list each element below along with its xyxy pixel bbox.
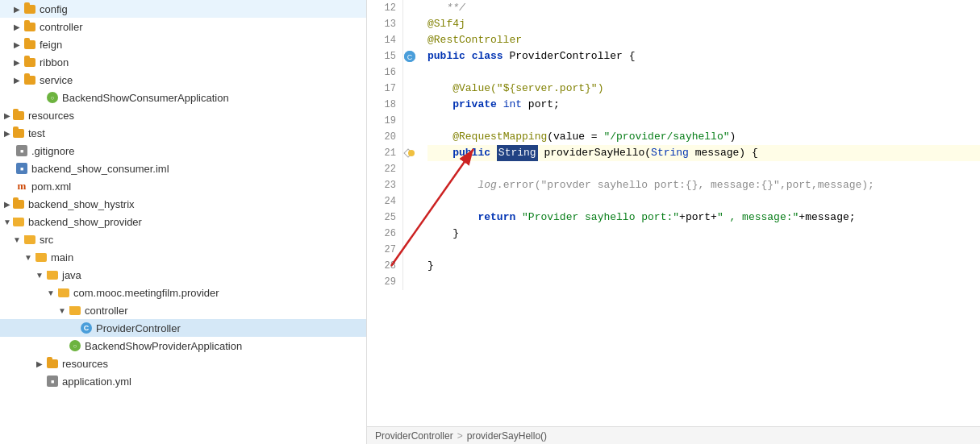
code-line-17: @Value("${server.port}") (427, 81, 980, 97)
gutter-24 (403, 193, 416, 210)
folder-icon-test (11, 127, 26, 139)
tree-item-gitignore[interactable]: ■ .gitignore (0, 142, 366, 160)
gutter-16 (403, 64, 416, 81)
tree-label-consumer-app: BackendShowConsumerApplication (62, 92, 229, 104)
code-line-18: private int port; (427, 97, 980, 113)
ln-13: 13 (373, 16, 396, 32)
code-line-27 (427, 242, 980, 258)
folder-icon-resources (11, 109, 26, 122)
pom-icon: m (15, 180, 29, 193)
code-line-22 (427, 161, 980, 177)
breadcrumb-class: ProviderController (375, 430, 453, 442)
tree-item-pom[interactable]: m pom.xml (0, 177, 366, 195)
spring-icon-consumer: ○ (45, 91, 60, 104)
ln-14: 14 (373, 32, 396, 48)
tree-arrow-config: ▶ (11, 5, 23, 14)
ln-26: 26 (373, 226, 396, 242)
folder-icon-resources-provider (45, 357, 60, 370)
tree-label-feign: feign (40, 39, 62, 51)
tree-item-ribbon[interactable]: ▶ ribbon (0, 53, 366, 71)
code-line-26: } (427, 226, 980, 242)
spring-marker-15: C (404, 51, 415, 62)
folder-icon-main (34, 251, 48, 263)
code-line-16 (427, 64, 980, 81)
ln-28: 28 (373, 258, 396, 274)
code-lines: **/ @Slf4j @RestController public class … (419, 0, 980, 290)
code-line-14: @RestController (427, 32, 980, 48)
tree-label-controller-provider: controller (85, 305, 127, 317)
tree-label-resources: resources (28, 110, 74, 122)
tree-label-test: test (28, 127, 45, 139)
tree-label-ribbon: ribbon (40, 56, 69, 68)
code-line-15: public class ProviderController { (427, 48, 980, 64)
tree-item-provider[interactable]: ▼ backend_show_provider (0, 213, 366, 230)
tree-label-config: config (40, 3, 68, 15)
yml-icon: ■ (45, 375, 60, 388)
code-line-19 (427, 113, 980, 129)
ln-24: 24 (373, 193, 396, 210)
tree-item-java[interactable]: ▼ java (0, 266, 366, 284)
folder-icon-ribbon (23, 56, 37, 68)
tree-item-src[interactable]: ▼ src (0, 230, 366, 248)
gutter-14 (403, 32, 416, 48)
tree-label-java: java (62, 269, 81, 281)
tree-item-controller[interactable]: ▶ controller (0, 18, 366, 35)
tree-label-provider-app: BackendShowProviderApplication (85, 340, 242, 352)
tree-label-iml: backend_show_consumer.iml (31, 163, 169, 175)
folder-icon-feign (23, 38, 37, 51)
gutter-20 (403, 129, 416, 145)
ln-18: 18 (373, 97, 396, 113)
code-line-23: log.error("provder sayhello port:{}, mes… (427, 177, 980, 193)
line-numbers: 12 13 14 15 16 17 18 19 20 21 22 23 24 2… (367, 0, 403, 290)
code-line-13: @Slf4j (427, 16, 980, 32)
tree-item-iml[interactable]: ■ backend_show_consumer.iml (0, 160, 366, 177)
ln-22: 22 (373, 161, 396, 177)
tree-item-consumer-app[interactable]: ○ BackendShowConsumerApplication (0, 89, 366, 106)
gutter-27 (403, 242, 416, 258)
tree-label-application-yml: application.yml (62, 376, 131, 388)
gutter-22 (403, 161, 416, 177)
breadcrumb-bar: ProviderController > providerSayHello() (367, 426, 980, 444)
tree-label-provider: backend_show_provider (28, 216, 142, 228)
tree-item-hystrix[interactable]: ▶ backend_show_hystrix (0, 195, 366, 213)
gutter-18 (403, 97, 416, 113)
tree-label-provider-controller: ProviderController (96, 322, 181, 334)
ln-16: 16 (373, 64, 396, 81)
gutter-25 (403, 210, 416, 226)
tree-item-application-yml[interactable]: ■ application.yml (0, 372, 366, 390)
ln-21: 21 (373, 145, 396, 161)
tree-item-controller-provider[interactable]: ▼ controller (0, 301, 366, 319)
code-line-21: public String providerSayHello(String me… (427, 145, 980, 161)
tree-item-main[interactable]: ▼ main (0, 248, 366, 266)
tree-item-provider-app[interactable]: ○ BackendShowProviderApplication (0, 337, 366, 355)
tree-label-controller: controller (40, 21, 82, 33)
gutter-12 (403, 0, 416, 16)
ln-23: 23 (373, 177, 396, 193)
tree-item-service[interactable]: ▶ service (0, 71, 366, 89)
tree-item-feign[interactable]: ▶ feign (0, 35, 366, 53)
tree-item-provider-controller[interactable]: C ProviderController (0, 319, 366, 337)
code-line-20: @RequestMapping(value = "/provider/sayhe… (427, 129, 980, 145)
tree-item-resources-provider[interactable]: ▶ resources (0, 355, 366, 372)
code-line-12: **/ (427, 0, 980, 16)
tree-item-config[interactable]: ▶ config (0, 0, 366, 18)
class-icon-provider-controller: C (79, 322, 94, 334)
tree-label-pom: pom.xml (31, 181, 71, 193)
folder-icon-provider (11, 215, 26, 228)
ln-29: 29 (373, 274, 396, 290)
folder-icon-src (23, 233, 37, 246)
folder-icon-hystrix (11, 197, 26, 210)
tree-label-src: src (40, 234, 53, 246)
folder-icon-config (23, 2, 37, 15)
tree-item-resources[interactable]: ▶ resources (0, 106, 366, 124)
gutter-23 (403, 177, 416, 193)
tree-item-package[interactable]: ▼ com.mooc.meetingfilm.provider (0, 284, 366, 301)
tree-label-hystrix: backend_show_hystrix (28, 198, 135, 210)
ln-17: 17 (373, 81, 396, 97)
folder-icon-java (45, 268, 60, 281)
tree-item-test[interactable]: ▶ test (0, 124, 366, 142)
code-line-24 (427, 193, 980, 210)
folder-icon-controller-provider (68, 304, 82, 317)
string-highlight: String (497, 145, 538, 161)
code-editor: 12 13 14 15 16 17 18 19 20 21 22 23 24 2… (367, 0, 980, 444)
